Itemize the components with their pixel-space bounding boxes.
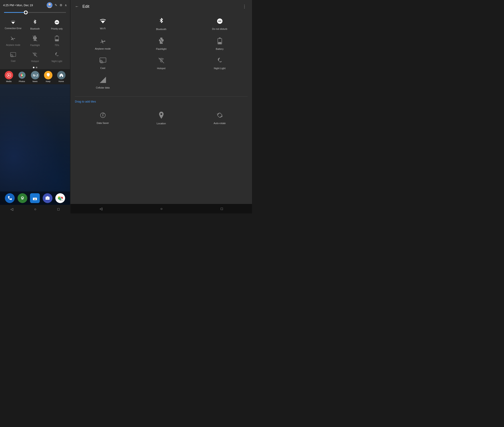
add-autorotate-icon [216,112,223,120]
add-label-location: Location [157,122,166,125]
edit-label-battery: Battery [216,48,223,50]
qs-tile-dnd[interactable]: Priority only [46,16,68,32]
qs-label-hotspot: Hotspot [31,60,39,63]
edit-tile-bluetooth[interactable]: Bluetooth [132,14,190,34]
edit-label-nightlight: Night Light [214,67,226,70]
shelf-item-media[interactable]: Media [5,71,13,83]
edit-tile-battery[interactable]: Battery [190,34,249,53]
edit-icon[interactable]: ✎ [55,3,57,7]
shelf-item-news[interactable]: N-J News [31,71,39,83]
qs-label-cast: Cast [11,60,15,62]
edit-flashlight-icon [159,38,164,46]
svg-marker-9 [11,22,15,24]
wallpaper-bg [0,84,70,205]
right-recents-nav[interactable]: □ [214,206,230,212]
qs-tile-hotspot[interactable]: Hotspot [24,49,46,65]
qs-label-airplane: Airplane mode [6,44,20,46]
avatar[interactable] [47,2,52,8]
battery-icon [55,36,59,43]
svg-point-59 [103,115,103,116]
shelf-label-home: Home [59,80,64,83]
qs-tile-nightlight[interactable]: Night Light [46,49,68,65]
dot-2[interactable] [36,67,37,68]
shelf-item-photos[interactable]: Photos [18,71,26,83]
dock-chrome[interactable]: BETA [55,193,65,203]
right-nav-bar: ◁ ○ □ [70,204,252,214]
edit-tile-airplane[interactable]: Airplane mode [74,34,132,53]
edit-tile-dnd[interactable]: Do not disturb [190,14,249,34]
qs-tile-wifi[interactable]: Connection Error [2,16,24,32]
bluetooth-icon [33,20,37,26]
add-tiles-grid: Data Saver Location [70,107,252,129]
edit-label-hotspot: Hotspot [157,67,166,70]
shelf-icon-news: N-J [31,71,39,79]
edit-bluetooth-icon [159,18,164,26]
add-tile-datasaver[interactable]: Data Saver [74,108,132,128]
shelf-item-keep[interactable]: Keep [44,71,52,83]
shelf-label-keep: Keep [46,80,51,83]
shelf-label-news: News [32,80,37,83]
dot-1[interactable] [33,67,34,68]
right-home-nav[interactable]: ○ [154,206,169,212]
add-location-icon [159,112,164,120]
shelf-label-media: Media [6,80,12,83]
edit-tile-cellular[interactable]: Cellular data [74,73,132,92]
svg-text:19: 19 [34,198,36,200]
dock-calendar[interactable]: 19 [30,193,40,203]
qs-tile-battery[interactable]: 75% [46,32,68,49]
edit-tile-nightlight[interactable]: Night Light [190,53,249,73]
qs-label-bluetooth: Bluetooth [30,28,40,30]
edit-wifi-icon [100,18,106,25]
edit-nightlight-icon [217,57,223,65]
shelf-icon-home [57,71,66,79]
home-nav[interactable]: ○ [30,206,41,212]
add-tile-autorotate[interactable]: Auto-rotate [190,108,249,128]
edit-label-bluetooth: Bluetooth [156,28,166,30]
brightness-slider[interactable] [4,12,66,13]
edit-label-airplane: Airplane mode [95,47,111,50]
cast-icon [10,52,16,59]
dock-hangouts[interactable] [18,193,27,203]
add-label-autorotate: Auto-rotate [214,122,226,124]
back-nav[interactable]: ◁ [6,206,18,212]
svg-text:N-J: N-J [33,74,38,77]
edit-dnd-icon [217,18,223,26]
edit-tile-wifi[interactable]: Wi-Fi [74,14,132,34]
dock-phone[interactable] [5,193,15,203]
edit-tile-flashlight[interactable]: Flashlight [132,34,190,53]
status-bar: 4:25 PM • Mon, Dec 19 ✎ ⚙ ∧ [0,0,70,10]
shelf-item-home[interactable]: Home [57,71,66,83]
svg-rect-21 [56,36,58,37]
edit-title: Edit [82,4,238,9]
more-button[interactable]: ⋮ [241,3,248,10]
dock-inbox[interactable] [43,193,52,203]
collapse-icon[interactable]: ∧ [65,3,67,7]
qs-label-battery: 75% [55,44,59,47]
edit-label-cast: Cast [100,67,105,69]
svg-point-60 [160,113,162,115]
qs-tile-airplane[interactable]: Airplane mode [2,32,24,49]
page-dots [0,65,70,69]
right-back-nav[interactable]: ◁ [93,206,109,212]
brightness-thumb [24,10,28,15]
edit-hotspot-icon [158,57,164,65]
edit-tile-hotspot[interactable]: Hotspot [132,53,190,73]
left-nav-bar: ◁ ○ □ [0,205,70,214]
qs-tile-cast[interactable]: Cast [2,49,24,65]
edit-cellular-icon [100,77,106,84]
add-tile-location[interactable]: Location [132,108,190,128]
svg-point-3 [48,5,51,8]
edit-header: ← Edit ⋮ [70,0,252,13]
qs-tile-flashlight[interactable]: Flashlight [24,32,46,49]
back-button[interactable]: ← [74,3,80,10]
brightness-row[interactable] [0,10,70,16]
settings-icon[interactable]: ⚙ [59,3,62,7]
svg-point-1 [48,3,51,6]
qs-tile-bluetooth[interactable]: Bluetooth [24,16,46,32]
app-shelf: Media Photos N-J News [0,69,70,84]
brightness-fill [4,12,26,13]
svg-text:BETA: BETA [60,200,63,201]
edit-tile-cast[interactable]: Cast [74,53,132,73]
recents-nav[interactable]: □ [53,206,64,212]
edit-cast-icon [100,58,106,65]
